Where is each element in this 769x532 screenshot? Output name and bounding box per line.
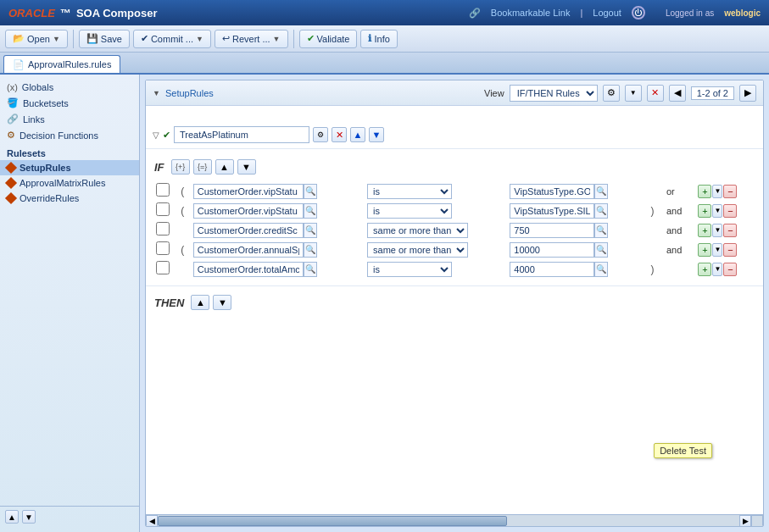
cond-field-3[interactable] [193, 242, 304, 258]
content-area: ▼ SetupRules View IF/THEN Rules ⚙ ▼ ✕ ◀ … [145, 80, 764, 527]
if-add-and-btn[interactable]: {+} [171, 159, 190, 175]
view-icon-btn-1[interactable]: ⚙ [603, 85, 620, 102]
cond-field-0[interactable] [193, 184, 304, 199]
cond-del-btn-2[interactable]: − [723, 224, 737, 237]
cond-field-4[interactable] [193, 262, 304, 277]
validate-button[interactable]: ✔ Validate [299, 30, 358, 48]
revert-button[interactable]: ↩ Revert ... ▼ [215, 30, 288, 48]
cond-checkbox-1[interactable] [156, 202, 170, 216]
cond-val-search-4[interactable]: 🔍 [594, 262, 608, 277]
cond-search-0[interactable]: 🔍 [304, 184, 317, 199]
cond-checkbox-0[interactable] [156, 183, 170, 197]
cond-val-0[interactable] [510, 184, 594, 199]
cond-dd-btn-1[interactable]: ▼ [712, 204, 722, 218]
nav-next-btn[interactable]: ▶ [739, 85, 756, 102]
hscroll-left-btn[interactable]: ◀ [146, 515, 158, 527]
view-select[interactable]: IF/THEN Rules [510, 85, 598, 102]
sidebar-item-bucketsets[interactable]: 🪣 Bucketsets [0, 95, 139, 111]
nav-counter: 1-2 of 2 [691, 86, 734, 100]
sidebar-item-setuprules[interactable]: SetupRules [0, 160, 139, 175]
breadcrumb-link[interactable]: SetupRules [165, 88, 214, 98]
cond-del-btn-4[interactable]: − [723, 263, 737, 276]
sidebar-item-approvalmatrixrules[interactable]: ApprovalMatrixRules [0, 175, 139, 191]
rule-property-btn[interactable]: ⚙ [313, 127, 328, 142]
content-toolbar: ▼ SetupRules View IF/THEN Rules ⚙ ▼ ✕ ◀ … [146, 80, 763, 106]
open-button[interactable]: 📂 Open ▼ [5, 30, 68, 48]
rule-down-btn[interactable]: ▼ [369, 127, 384, 142]
cond-checkbox-4[interactable] [156, 261, 170, 274]
active-tab[interactable]: 📄 ApprovalRules.rules [3, 55, 120, 73]
hscroll-right-btn[interactable]: ▶ [739, 515, 751, 527]
bookmarkable-link[interactable]: Bookmarkable Link [491, 8, 571, 18]
revert-icon: ↩ [222, 33, 230, 44]
sidebar-item-links[interactable]: 🔗 Links [0, 111, 139, 127]
cond-op-3[interactable]: same or more than [367, 242, 468, 258]
validate-label: Validate [317, 34, 350, 44]
cond-add-btn-1[interactable]: + [698, 204, 711, 218]
cond-val-search-3[interactable]: 🔍 [594, 242, 608, 258]
cond-val-1[interactable] [510, 203, 594, 219]
cond-open-paren-2 [179, 224, 182, 236]
cond-op-4[interactable]: is [367, 262, 452, 277]
if-icon-group: {+} {=} ▲ ▼ [171, 159, 256, 175]
cond-search-1[interactable]: 🔍 [304, 203, 317, 219]
cond-search-2[interactable]: 🔍 [304, 223, 317, 238]
cond-add-btn-0[interactable]: + [698, 185, 711, 198]
then-down-btn[interactable]: ▼ [213, 295, 231, 310]
cond-val-3[interactable] [510, 242, 594, 258]
sidebar-item-overriderules[interactable]: OverrideRules [0, 191, 139, 206]
cond-add-btn-4[interactable]: + [698, 263, 711, 276]
cond-del-btn-0[interactable]: − [723, 185, 737, 198]
cond-val-2[interactable] [510, 223, 594, 238]
cond-dd-btn-0[interactable]: ▼ [712, 185, 722, 198]
cond-op-0[interactable]: is [367, 184, 452, 199]
if-up-btn[interactable]: ▲ [215, 159, 234, 175]
cond-val-search-1[interactable]: 🔍 [594, 203, 608, 219]
nav-prev-btn[interactable]: ◀ [669, 85, 686, 102]
cond-close-paren-2 [649, 224, 653, 236]
cond-search-4[interactable]: 🔍 [304, 262, 317, 277]
cond-op-2[interactable]: same or more than [367, 223, 468, 238]
toolbar-sep-1 [73, 30, 74, 48]
sidebar-up-button[interactable]: ▲ [5, 510, 19, 524]
view-label: View [484, 88, 504, 98]
sidebar-item-globals[interactable]: (x) Globals [0, 80, 139, 95]
cond-add-btn-3[interactable]: + [698, 243, 711, 257]
cond-field-2[interactable] [193, 223, 304, 238]
info-button[interactable]: ℹ Info [360, 30, 397, 48]
cond-del-btn-3[interactable]: − [723, 243, 737, 257]
cond-field-1[interactable] [193, 203, 304, 219]
tabbar: 📄 ApprovalRules.rules [0, 53, 769, 75]
approvalmatrix-diamond [5, 177, 17, 189]
then-up-btn[interactable]: ▲ [191, 295, 209, 310]
if-add-or-btn[interactable]: {=} [193, 159, 212, 175]
cond-dd-btn-3[interactable]: ▼ [712, 243, 722, 257]
cond-op-1[interactable]: is [367, 203, 452, 219]
delete-icon-btn[interactable]: ✕ [647, 85, 664, 102]
hscroll-track[interactable] [158, 515, 739, 527]
cond-del-btn-1[interactable]: − [723, 204, 737, 218]
cond-dd-btn-4[interactable]: ▼ [712, 263, 722, 276]
logout-link[interactable]: Logout [593, 8, 621, 18]
sidebar-down-button[interactable]: ▼ [22, 510, 36, 524]
sidebar-item-decision-functions[interactable]: ⚙ Decision Functions [0, 127, 139, 143]
commit-button[interactable]: ✔ Commit ... ▼ [133, 30, 211, 48]
content-scroll[interactable]: ▽ ✔ ⚙ ✕ ▲ ▼ IF {+} {=} ▲ ▼ [146, 106, 763, 514]
cond-checkbox-3[interactable] [156, 241, 170, 255]
cond-checkbox-2[interactable] [156, 222, 170, 236]
hscroll-bar: ◀ ▶ [146, 514, 763, 526]
rule-collapse-icon[interactable]: ▽ [153, 130, 159, 140]
view-icon-btn-2[interactable]: ▼ [625, 85, 642, 102]
cond-add-btn-2[interactable]: + [698, 224, 711, 237]
rule-delete-btn[interactable]: ✕ [332, 127, 347, 142]
save-button[interactable]: 💾 Save [79, 30, 130, 48]
cond-val-search-0[interactable]: 🔍 [594, 184, 608, 199]
cond-dd-btn-2[interactable]: ▼ [712, 224, 722, 237]
cond-search-3[interactable]: 🔍 [304, 242, 317, 258]
hscroll-thumb[interactable] [158, 516, 507, 526]
if-down-btn[interactable]: ▼ [237, 159, 256, 175]
rule-up-btn[interactable]: ▲ [350, 127, 365, 142]
rule-name-input[interactable] [174, 126, 309, 143]
cond-val-search-2[interactable]: 🔍 [594, 223, 608, 238]
cond-val-4[interactable] [510, 262, 594, 277]
